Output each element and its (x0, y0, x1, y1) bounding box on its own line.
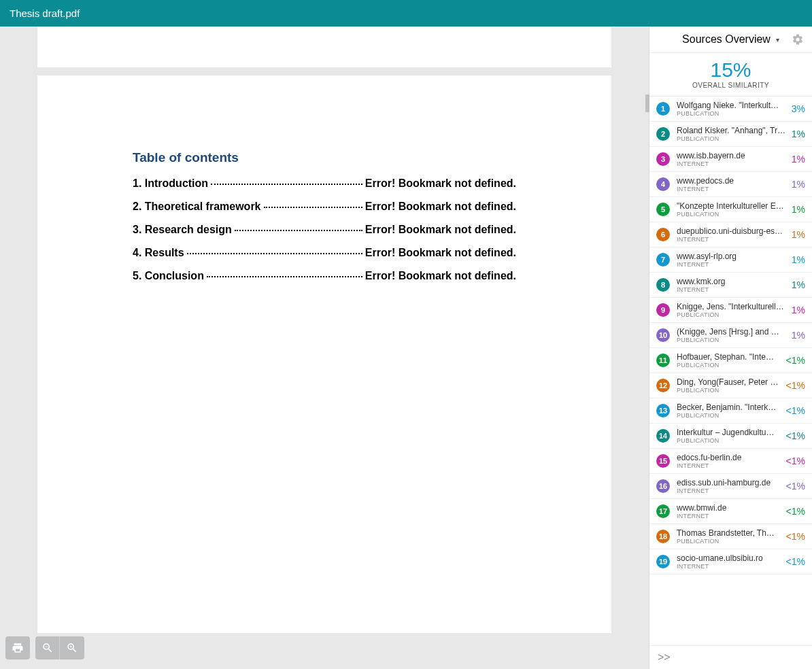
source-badge: 9 (656, 303, 670, 317)
source-row[interactable]: 8www.kmk.orgINTERNET1% (649, 273, 812, 298)
source-type: PUBLICATION (677, 387, 782, 394)
source-title: Ding, Yong(Fauser, Peter … (677, 377, 782, 387)
source-row[interactable]: 6duepublico.uni-duisburg-es…INTERNET1% (649, 222, 812, 247)
source-badge: 5 (656, 203, 670, 216)
sidebar-title: Sources Overview (682, 33, 771, 46)
source-title: Wolfgang Nieke. "Interkult… (677, 101, 788, 110)
source-row[interactable]: 15edocs.fu-berlin.deINTERNET<1% (649, 449, 812, 474)
source-title: Interkultur – Jugendkultu… (677, 428, 782, 437)
source-badge: 16 (656, 479, 670, 493)
print-icon (12, 642, 24, 654)
source-row[interactable]: 4www.pedocs.deINTERNET1% (649, 172, 812, 197)
toc-error: Error! Bookmark not defined. (365, 201, 516, 213)
source-title: www.asyl-rlp.org (677, 252, 788, 261)
source-row[interactable]: 17www.bmwi.deINTERNET<1% (649, 499, 812, 524)
overall-percent: 15% (649, 58, 812, 82)
source-title: Hofbauer, Stephan. "Inte… (677, 352, 782, 362)
sources-list[interactable]: 1Wolfgang Nieke. "Interkult…PUBLICATION3… (649, 97, 812, 645)
source-type: INTERNET (677, 186, 788, 192)
zoom-in-icon (66, 642, 78, 654)
source-title: edocs.fu-berlin.de (677, 453, 782, 462)
zoom-out-button[interactable] (35, 636, 60, 659)
document-title: Thesis draft.pdf (10, 7, 80, 19)
sidebar-header[interactable]: Sources Overview ▾ (649, 27, 812, 53)
source-row[interactable]: 12Ding, Yong(Fauser, Peter …PUBLICATION<… (649, 373, 812, 398)
source-title: www.isb.bayern.de (677, 151, 788, 160)
source-row[interactable]: 9Knigge, Jens. "Interkulturell…PUBLICATI… (649, 298, 812, 323)
sources-sidebar: Sources Overview ▾ 15% OVERALL SIMILARIT… (649, 27, 812, 669)
source-type: PUBLICATION (677, 337, 788, 343)
source-info: www.bmwi.deINTERNET (677, 503, 782, 519)
source-title: www.kmk.org (677, 277, 788, 286)
source-badge: 2 (656, 127, 670, 141)
source-badge: 10 (656, 328, 670, 342)
toc-error: Error! Bookmark not defined. (365, 247, 516, 259)
gear-icon[interactable] (792, 33, 804, 46)
source-row[interactable]: 16ediss.sub.uni-hamburg.deINTERNET<1% (649, 474, 812, 499)
source-info: edocs.fu-berlin.deINTERNET (677, 453, 782, 469)
source-row[interactable]: 5"Konzepte Interkultureller E…PUBLICATIO… (649, 197, 812, 222)
source-row[interactable]: 10(Knigge, Jens [Hrsg.] and …PUBLICATION… (649, 323, 812, 348)
overall-similarity: 15% OVERALL SIMILARITY (649, 53, 812, 97)
source-row[interactable]: 7www.asyl-rlp.orgINTERNET1% (649, 247, 812, 273)
source-title: "Konzepte Interkultureller E… (677, 201, 788, 211)
source-info: Wolfgang Nieke. "Interkult…PUBLICATION (677, 101, 788, 117)
source-badge: 17 (656, 504, 670, 518)
toc-row: 5. ConclusionError! Bookmark not defined… (133, 270, 516, 282)
source-title: (Knigge, Jens [Hrsg.] and … (677, 327, 788, 337)
page-toc: Table of contents 1. IntroductionError! … (37, 75, 611, 633)
source-row[interactable]: 14Interkultur – Jugendkultu…PUBLICATION<… (649, 424, 812, 449)
source-badge: 12 (656, 379, 670, 392)
source-percent: 1% (792, 254, 805, 265)
toc-item-label: 4. Results (133, 247, 184, 259)
source-type: INTERNET (677, 160, 788, 167)
source-type: PUBLICATION (677, 110, 788, 117)
source-type: PUBLICATION (677, 412, 782, 419)
source-type: PUBLICATION (677, 311, 788, 318)
source-info: Knigge, Jens. "Interkulturell…PUBLICATIO… (677, 302, 788, 318)
more-button[interactable]: >> (649, 645, 812, 669)
chevron-down-icon: ▾ (776, 36, 779, 44)
toc-item-label: 5. Conclusion (133, 270, 204, 282)
source-badge: 11 (656, 354, 670, 367)
source-type: INTERNET (677, 487, 782, 494)
source-title: ediss.sub.uni-hamburg.de (677, 478, 782, 487)
source-info: Interkultur – Jugendkultu…PUBLICATION (677, 428, 782, 444)
source-info: Hofbauer, Stephan. "Inte…PUBLICATION (677, 352, 782, 368)
source-badge: 1 (656, 102, 670, 116)
source-row[interactable]: 19socio-umane.ulbsibiu.roINTERNET<1% (649, 549, 812, 574)
source-title: socio-umane.ulbsibiu.ro (677, 553, 782, 563)
source-info: www.isb.bayern.deINTERNET (677, 151, 788, 167)
source-percent: <1% (786, 556, 805, 567)
source-title: Roland Kisker. "Anhang", Tr… (677, 126, 788, 135)
toc-heading: Table of contents (133, 150, 516, 165)
toc-dots (235, 230, 362, 231)
source-row[interactable]: 3www.isb.bayern.deINTERNET1% (649, 147, 812, 172)
toc-error: Error! Bookmark not defined. (365, 224, 516, 236)
source-badge: 7 (656, 253, 670, 267)
zoom-in-button[interactable] (60, 636, 84, 659)
source-info: www.asyl-rlp.orgINTERNET (677, 252, 788, 268)
source-info: duepublico.uni-duisburg-es…INTERNET (677, 226, 788, 243)
toc-row: 3. Research designError! Bookmark not de… (133, 224, 516, 236)
source-row[interactable]: 1Wolfgang Nieke. "Interkult…PUBLICATION3… (649, 97, 812, 122)
source-title: www.bmwi.de (677, 503, 782, 513)
overall-label: OVERALL SIMILARITY (649, 82, 812, 89)
source-row[interactable]: 2Roland Kisker. "Anhang", Tr…PUBLICATION… (649, 122, 812, 147)
source-badge: 18 (656, 530, 670, 543)
page-previous (37, 27, 611, 67)
source-row[interactable]: 11Hofbauer, Stephan. "Inte…PUBLICATION<1… (649, 348, 812, 373)
source-percent: 1% (792, 128, 805, 139)
toc-dots (187, 253, 362, 254)
document-pane[interactable]: Table of contents 1. IntroductionError! … (0, 27, 649, 669)
source-badge: 4 (656, 177, 670, 191)
source-row[interactable]: 13Becker, Benjamin. "Interk…PUBLICATION<… (649, 398, 812, 424)
source-title: Becker, Benjamin. "Interk… (677, 402, 782, 412)
toc-error: Error! Bookmark not defined. (365, 270, 516, 282)
doc-scrollbar[interactable] (645, 27, 649, 669)
print-button[interactable] (5, 636, 30, 659)
zoom-out-icon (41, 642, 54, 654)
source-badge: 6 (656, 228, 670, 241)
app-header: Thesis draft.pdf (0, 0, 812, 27)
source-row[interactable]: 18Thomas Brandstetter, Th…PUBLICATION<1% (649, 524, 812, 549)
